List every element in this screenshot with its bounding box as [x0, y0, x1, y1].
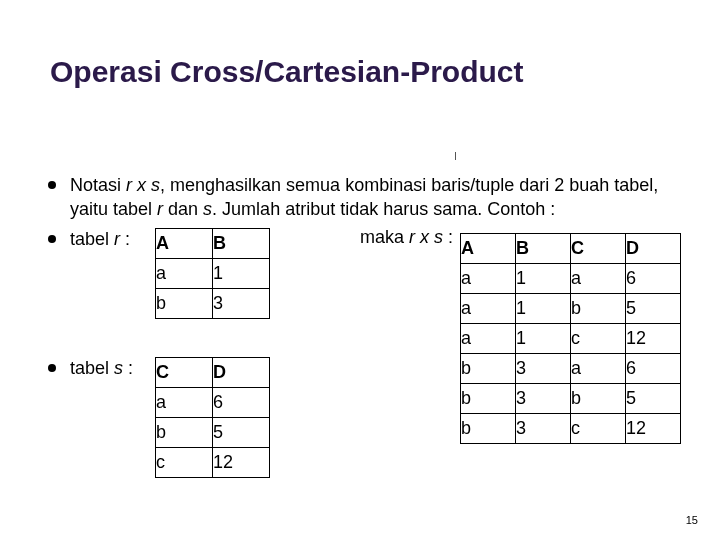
cell: a: [461, 264, 516, 294]
cell: b: [571, 294, 626, 324]
cell: c: [156, 448, 213, 478]
col-header: C: [571, 234, 626, 264]
table-row: a 1 a 6: [461, 264, 681, 294]
slide: Operasi Cross/Cartesian-Product Notasi r…: [0, 0, 720, 540]
cell: 5: [626, 294, 681, 324]
table-header-row: A B C D: [461, 234, 681, 264]
text: . Jumlah atribut tidak harus sama. Conto…: [212, 199, 555, 219]
col-header: C: [156, 358, 213, 388]
cell: b: [156, 289, 213, 319]
cell: 6: [213, 388, 270, 418]
table-r: A B a 1 b 3: [155, 228, 270, 319]
bullet-icon: [48, 235, 56, 243]
cell: 3: [516, 354, 571, 384]
table-row: c 12: [156, 448, 270, 478]
var-s: s: [203, 199, 212, 219]
cell: c: [571, 324, 626, 354]
text: tabel: [70, 358, 114, 378]
table-row: a 1: [156, 259, 270, 289]
cell: 1: [516, 324, 571, 354]
cell: b: [571, 384, 626, 414]
bullet-2: tabel r :: [48, 227, 130, 251]
cell: 5: [626, 384, 681, 414]
table-s: C D a 6 b 5 c 12: [155, 357, 270, 478]
text: :: [123, 358, 133, 378]
cell: 12: [213, 448, 270, 478]
cell: 5: [213, 418, 270, 448]
bullet-3: tabel s :: [48, 356, 133, 380]
table-row: b 5: [156, 418, 270, 448]
cell: c: [571, 414, 626, 444]
cell: 6: [626, 264, 681, 294]
table-row: a 1 b 5: [461, 294, 681, 324]
text: tabel: [70, 229, 114, 249]
cell: b: [461, 414, 516, 444]
expr-rxs: r x s: [126, 175, 160, 195]
table-row: b 3 b 5: [461, 384, 681, 414]
slide-title: Operasi Cross/Cartesian-Product: [50, 55, 523, 89]
text: Notasi: [70, 175, 126, 195]
cell: a: [156, 388, 213, 418]
bullet-1-text: Notasi r x s, menghasilkan semua kombina…: [70, 173, 660, 222]
table-row: a 1 c 12: [461, 324, 681, 354]
table-row: a 6: [156, 388, 270, 418]
bullet-icon: [48, 181, 56, 189]
table-header-row: A B: [156, 229, 270, 259]
page-number: 15: [686, 514, 698, 526]
cell: b: [461, 354, 516, 384]
bullet-1: Notasi r x s, menghasilkan semua kombina…: [48, 173, 668, 222]
cell: b: [156, 418, 213, 448]
col-header: D: [626, 234, 681, 264]
bullet-3-text: tabel s :: [70, 356, 133, 380]
cell: 1: [516, 264, 571, 294]
bullet-icon: [48, 364, 56, 372]
cell: 1: [516, 294, 571, 324]
cell: a: [571, 264, 626, 294]
cell: 3: [213, 289, 270, 319]
table-row: b 3 c 12: [461, 414, 681, 444]
table-row: b 3: [156, 289, 270, 319]
cell: 1: [213, 259, 270, 289]
text: :: [443, 227, 453, 247]
text: maka: [360, 227, 409, 247]
decorative-tick: [455, 152, 456, 160]
cell: b: [461, 384, 516, 414]
var-s: s: [114, 358, 123, 378]
col-header: B: [213, 229, 270, 259]
table-rxs: A B C D a 1 a 6 a 1 b 5 a 1 c 12 b 3 a 6: [460, 233, 681, 444]
bullet-2-text: tabel r :: [70, 227, 130, 251]
cell: a: [461, 294, 516, 324]
cell: 3: [516, 384, 571, 414]
maka-label: maka r x s :: [360, 227, 453, 248]
text: dan: [163, 199, 203, 219]
col-header: A: [461, 234, 516, 264]
col-header: A: [156, 229, 213, 259]
table-header-row: C D: [156, 358, 270, 388]
table-row: b 3 a 6: [461, 354, 681, 384]
cell: a: [156, 259, 213, 289]
col-header: D: [213, 358, 270, 388]
cell: a: [461, 324, 516, 354]
cell: 12: [626, 324, 681, 354]
cell: 12: [626, 414, 681, 444]
expr-rxs: r x s: [409, 227, 443, 247]
col-header: B: [516, 234, 571, 264]
cell: a: [571, 354, 626, 384]
cell: 3: [516, 414, 571, 444]
cell: 6: [626, 354, 681, 384]
text: :: [120, 229, 130, 249]
